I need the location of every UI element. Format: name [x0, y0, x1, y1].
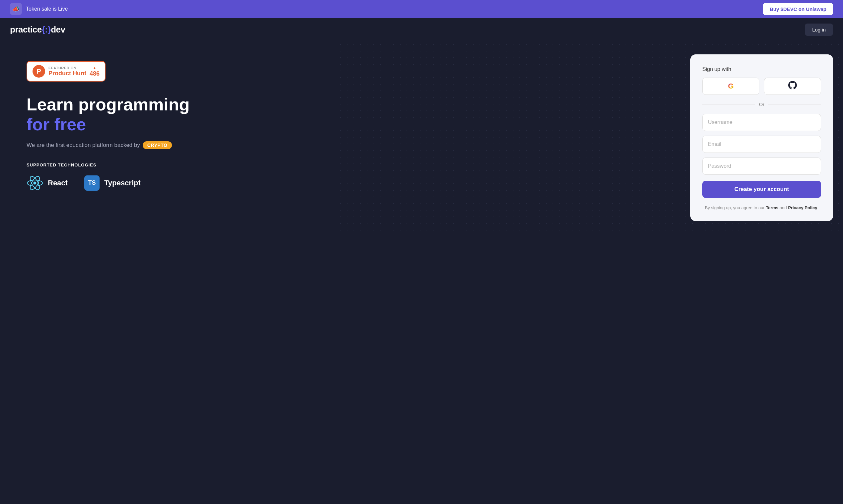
username-input[interactable] — [702, 114, 821, 131]
ph-featured-label: FEATURED ON — [49, 66, 86, 70]
supported-technologies-label: SUPPORTED TECHNOLOGIES — [27, 162, 677, 167]
top-banner: 📣 Token sale is Live Buy $DEVC on Uniswa… — [0, 0, 843, 18]
terms-text: By signing up, you agree to our Terms an… — [702, 204, 821, 211]
login-button[interactable]: Log in — [805, 23, 833, 36]
or-divider: Or — [702, 102, 821, 107]
terms-prefix: By signing up, you agree to our — [705, 205, 766, 210]
divider-line-left — [702, 104, 755, 105]
logo-text-dev: dev — [51, 24, 65, 35]
google-icon: G — [728, 82, 734, 91]
github-icon — [788, 81, 797, 92]
github-signin-button[interactable] — [764, 77, 821, 95]
logo-bracket: {:} — [42, 24, 51, 35]
navbar: practice{:}dev Log in — [0, 18, 843, 41]
banner-text: Token sale is Live — [26, 6, 68, 12]
divider-line-right — [768, 104, 821, 105]
or-text: Or — [759, 102, 765, 107]
hero-heading-line1: Learn programming — [27, 95, 190, 114]
sign-up-with-label: Sign up with — [702, 66, 821, 72]
period: . — [818, 205, 819, 210]
hero-subtitle: We are the first education platform back… — [27, 141, 677, 149]
terms-link[interactable]: Terms — [766, 205, 778, 210]
and-text: and — [778, 205, 788, 210]
create-account-button[interactable]: Create your account — [702, 181, 821, 198]
site-logo: practice{:}dev — [10, 24, 65, 35]
react-tech-item: React — [27, 175, 68, 191]
react-icon — [27, 175, 43, 191]
signup-form-card: Sign up with G Or Create you — [690, 54, 833, 221]
oauth-buttons: G — [702, 77, 821, 95]
typescript-icon: TS — [84, 175, 100, 191]
google-signin-button[interactable]: G — [702, 77, 759, 95]
left-section: P FEATURED ON Product Hunt ▲ 486 Learn p… — [27, 54, 677, 191]
banner-left: 📣 Token sale is Live — [10, 3, 68, 15]
ph-vote-count: 486 — [90, 70, 100, 77]
ph-logo-icon: P — [33, 65, 45, 77]
hero-heading: Learn programming for free — [27, 95, 677, 134]
privacy-link[interactable]: Privacy Policy — [788, 205, 817, 210]
ph-name: Product Hunt — [49, 70, 86, 77]
hero-subtitle-text: We are the first education platform back… — [27, 142, 140, 148]
email-input[interactable] — [702, 136, 821, 153]
typescript-label: Typescript — [104, 179, 141, 187]
product-hunt-badge[interactable]: P FEATURED ON Product Hunt ▲ 486 — [27, 61, 105, 82]
ph-text: FEATURED ON Product Hunt — [49, 66, 86, 77]
tech-list: React TS Typescript — [27, 175, 677, 191]
typescript-tech-item: TS Typescript — [84, 175, 141, 191]
buy-devc-button[interactable]: Buy $DEVC on Uniswap — [763, 3, 833, 15]
main-content: P FEATURED ON Product Hunt ▲ 486 Learn p… — [0, 41, 843, 234]
hero-heading-line2: for free — [27, 115, 86, 134]
megaphone-icon: 📣 — [10, 3, 22, 15]
crypto-badge: CRYPTO — [143, 141, 172, 149]
password-input[interactable] — [702, 158, 821, 175]
logo-text-practice: practice — [10, 24, 42, 35]
react-label: React — [48, 179, 68, 187]
ph-arrow-icon: ▲ — [92, 66, 97, 70]
ph-votes: ▲ 486 — [90, 66, 100, 77]
svg-point-0 — [34, 181, 36, 184]
